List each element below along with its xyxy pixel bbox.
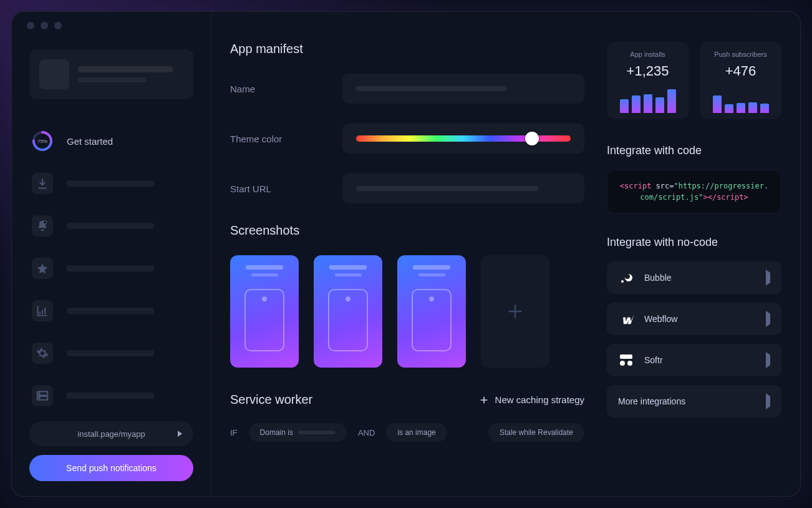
service-worker-header: Service worker New caching strategy bbox=[230, 393, 584, 407]
subscribers-bar-chart bbox=[707, 87, 774, 113]
star-icon bbox=[32, 258, 53, 279]
avatar bbox=[39, 59, 69, 89]
chart-bar bbox=[737, 103, 745, 113]
play-icon bbox=[178, 431, 182, 437]
window-dot bbox=[27, 22, 34, 29]
field-name: Name bbox=[230, 74, 584, 104]
screenshot-thumb[interactable] bbox=[230, 255, 299, 368]
integration-more[interactable]: More integrations bbox=[607, 385, 781, 418]
sidebar-item-favorites[interactable] bbox=[29, 252, 193, 285]
integration-softr[interactable]: Softr bbox=[607, 344, 781, 376]
placeholder-line bbox=[78, 66, 173, 72]
download-icon bbox=[32, 173, 53, 194]
rule-and: AND bbox=[358, 428, 375, 437]
chart-bar bbox=[667, 89, 676, 113]
webflow-icon bbox=[618, 311, 634, 327]
add-screenshot-button[interactable] bbox=[481, 255, 549, 368]
code-snippet[interactable]: <script src="https://progressier.com/scr… bbox=[607, 170, 781, 213]
field-theme-color: Theme color bbox=[230, 124, 584, 154]
svg-point-10 bbox=[627, 361, 632, 366]
placeholder-line bbox=[67, 265, 154, 271]
svg-point-5 bbox=[39, 393, 40, 394]
integration-webflow[interactable]: Webflow bbox=[607, 303, 781, 335]
chip-domain[interactable]: Domain is bbox=[249, 423, 347, 442]
svg-rect-8 bbox=[620, 354, 632, 359]
gear-icon bbox=[32, 343, 53, 364]
sidebar-item-settings[interactable] bbox=[29, 336, 193, 370]
caching-rule: IF Domain is AND is an image Stale while… bbox=[230, 423, 584, 442]
softr-icon bbox=[618, 352, 634, 368]
app-window: 75% Get started bbox=[11, 11, 801, 497]
right-rail: App installs +1,235 Push subscribers +47… bbox=[607, 42, 781, 481]
stat-title: App installs bbox=[614, 51, 681, 58]
placeholder-line bbox=[67, 223, 154, 229]
chart-bar bbox=[620, 99, 629, 113]
play-icon bbox=[766, 273, 770, 283]
svg-point-2 bbox=[44, 221, 47, 224]
field-label: Theme color bbox=[230, 134, 342, 144]
chart-bar bbox=[760, 104, 769, 113]
stat-title: Push subscribers bbox=[707, 51, 774, 58]
chart-icon bbox=[32, 300, 53, 321]
code-token: <script bbox=[620, 182, 652, 190]
svg-point-7 bbox=[621, 280, 624, 283]
installs-bar-chart bbox=[614, 87, 681, 113]
window-dot bbox=[54, 22, 62, 29]
placeholder-line bbox=[78, 77, 147, 82]
progress-percent: 75% bbox=[37, 139, 47, 144]
chart-bar bbox=[713, 95, 722, 113]
chart-bar bbox=[632, 95, 640, 113]
section-title-manifest: App manifest bbox=[230, 42, 584, 56]
color-slider[interactable] bbox=[342, 124, 584, 154]
stat-card-installs[interactable]: App installs +1,235 bbox=[607, 42, 689, 119]
screenshot-thumb[interactable] bbox=[314, 255, 382, 368]
name-input[interactable] bbox=[342, 74, 584, 104]
placeholder-line bbox=[356, 186, 538, 191]
sidebar-item-server[interactable] bbox=[29, 379, 193, 413]
chip-label: is an image bbox=[397, 428, 435, 437]
chart-bar bbox=[655, 97, 664, 113]
section-title-nocode: Integrate with no-code bbox=[607, 236, 781, 249]
chart-bar bbox=[748, 102, 757, 113]
send-push-button[interactable]: Send push notifications bbox=[29, 455, 193, 481]
svg-point-9 bbox=[620, 361, 625, 366]
install-url-text: install.page/myapp bbox=[77, 429, 145, 439]
play-icon bbox=[766, 355, 770, 365]
screenshot-thumb[interactable] bbox=[397, 255, 466, 368]
placeholder-line bbox=[298, 431, 336, 434]
integration-label: More integrations bbox=[618, 396, 685, 406]
svg-point-6 bbox=[39, 398, 40, 399]
color-track bbox=[356, 135, 571, 142]
profile-text bbox=[78, 66, 183, 82]
placeholder-line bbox=[67, 308, 154, 314]
play-icon bbox=[766, 314, 770, 324]
sidebar-item-label: Get started bbox=[67, 136, 113, 147]
placeholder-line bbox=[356, 86, 506, 91]
chip-label: Domain is bbox=[260, 428, 293, 437]
stat-card-subscribers[interactable]: Push subscribers +476 bbox=[700, 42, 781, 119]
chart-bar bbox=[644, 94, 652, 113]
profile-card[interactable] bbox=[29, 49, 193, 99]
integration-bubble[interactable]: Bubble bbox=[607, 261, 781, 294]
field-start-url: Start URL bbox=[230, 173, 584, 203]
placeholder-line bbox=[67, 393, 154, 399]
new-strategy-button[interactable]: New caching strategy bbox=[479, 394, 584, 405]
section-title-code: Integrate with code bbox=[607, 144, 781, 157]
placeholder-line bbox=[67, 350, 154, 356]
screenshot-list bbox=[230, 255, 584, 368]
sidebar-item-get-started[interactable]: 75% Get started bbox=[29, 124, 193, 158]
bubble-icon bbox=[618, 270, 634, 286]
sidebar-item-download[interactable] bbox=[29, 167, 193, 200]
chip-image[interactable]: is an image bbox=[386, 423, 447, 442]
sidebar-item-analytics[interactable] bbox=[29, 294, 193, 328]
starturl-input[interactable] bbox=[342, 173, 584, 203]
chip-label: Stale while Revalidate bbox=[500, 428, 573, 437]
slider-thumb[interactable] bbox=[525, 132, 539, 145]
rule-if: IF bbox=[230, 428, 238, 437]
sidebar-item-notifications[interactable] bbox=[29, 209, 193, 243]
field-label: Name bbox=[230, 84, 342, 94]
button-label: Send push notifications bbox=[66, 463, 157, 473]
install-url-bar[interactable]: install.page/myapp bbox=[29, 421, 193, 446]
play-icon bbox=[766, 396, 770, 406]
chip-strategy[interactable]: Stale while Revalidate bbox=[488, 423, 584, 442]
